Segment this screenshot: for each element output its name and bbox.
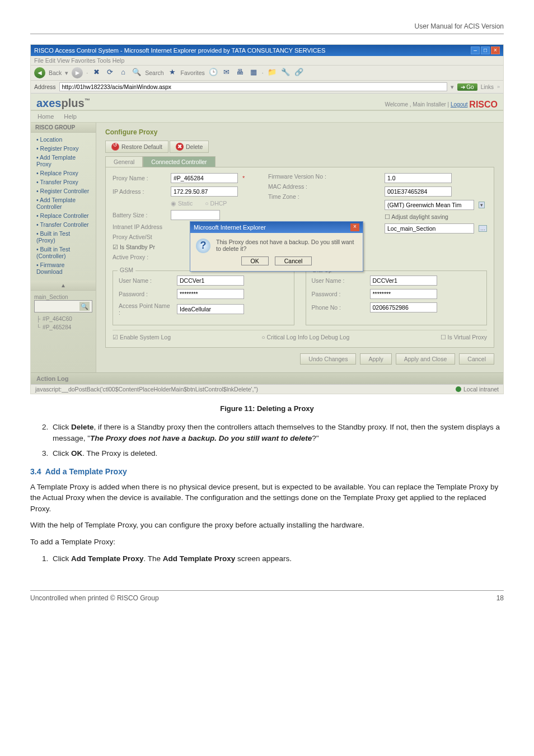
sep: · xyxy=(86,69,88,76)
favorites-icon[interactable]: ★ xyxy=(167,68,177,78)
sidebar-item-bit-controller[interactable]: • Built in Test (Controller) xyxy=(31,245,96,260)
mail-icon[interactable]: ✉ xyxy=(222,68,232,78)
dialup-phone-input[interactable] xyxy=(370,302,437,312)
maximize-icon[interactable]: □ xyxy=(481,46,490,54)
tree-node-2[interactable]: └ #P_465284 xyxy=(34,323,92,332)
dialog-title: Microsoft Internet Explorer xyxy=(194,224,266,231)
adjust-daylight-checkbox[interactable]: ☐ Adjust daylight saving xyxy=(385,213,448,220)
location-input[interactable] xyxy=(385,223,474,234)
search-label: Search xyxy=(145,69,163,76)
step-3: Click OK. The Proxy is deleted. xyxy=(50,448,504,459)
steps-list-2: Click Add Template Proxy. The Add Templa… xyxy=(30,553,504,564)
window-controls: – □ × xyxy=(471,46,500,54)
battery-label: Battery Size : xyxy=(113,212,166,218)
dialup-fieldset: Dial Up User Name : Password : Phone No … xyxy=(306,270,488,325)
sidebar-item-firmware[interactable]: • Firmware Download xyxy=(31,260,96,276)
gsm-fieldset: GSM User Name : Password : Access Point … xyxy=(113,270,294,325)
is-virtual-proxy-checkbox[interactable]: ☐ Is Virtual Proxy xyxy=(441,334,487,340)
tz-label: Time Zone : xyxy=(268,193,339,200)
delete-button[interactable]: ✖Delete xyxy=(170,141,209,153)
sidebar-item-register-controller[interactable]: • Register Controller xyxy=(31,186,96,195)
tree-title: main_Section xyxy=(34,294,92,300)
sidebar-item-add-template-controller[interactable]: • Add Template Controller xyxy=(31,195,96,211)
step-2: Click Delete, if there is a Standby prox… xyxy=(50,422,504,445)
confirm-dialog: Microsoft Internet Explorer× ? This Prox… xyxy=(190,221,363,272)
page-footer: Uncontrolled when printed © RISCO Group … xyxy=(30,590,504,602)
battery-input[interactable] xyxy=(171,210,220,220)
sidebar-item-transfer-controller[interactable]: • Transfer Controller xyxy=(31,220,96,229)
folder-icon[interactable]: 📁 xyxy=(267,68,277,78)
apply-button[interactable]: Apply xyxy=(360,353,391,365)
dialup-user-input[interactable] xyxy=(370,276,437,286)
ip-input[interactable] xyxy=(171,186,238,197)
home-icon[interactable]: ⌂ xyxy=(118,68,128,78)
fw-input[interactable] xyxy=(385,173,452,183)
tool-icon[interactable]: 🔧 xyxy=(280,68,291,78)
sidebar-item-register-proxy[interactable]: • Register Proxy xyxy=(31,144,96,153)
refresh-icon[interactable]: ⟳ xyxy=(105,68,115,78)
question-icon: ? xyxy=(196,239,210,253)
status-zone: Local intranet xyxy=(456,386,499,393)
intranet-label: Intranet IP Address xyxy=(113,223,166,230)
tab-general[interactable]: General xyxy=(105,156,143,167)
sidebar-panel-risco: RISCO GROUP xyxy=(31,123,96,133)
dialog-ok-button[interactable]: OK xyxy=(241,256,269,265)
static-radio[interactable]: ◉ Static xyxy=(171,200,193,207)
tab-help[interactable]: Help xyxy=(63,111,78,122)
sidebar: RISCO GROUP • Location • Register Proxy … xyxy=(31,123,96,372)
enable-system-log-checkbox[interactable]: ☑ Enable System Log xyxy=(113,334,171,340)
restore-default-button[interactable]: Restore Default xyxy=(105,141,168,153)
dialup-pwd-input[interactable] xyxy=(370,289,437,299)
search-icon[interactable]: 🔍 xyxy=(79,302,90,311)
page-tabs: Home Help xyxy=(31,111,503,123)
tree-node-1[interactable]: ├ #P_464C60 xyxy=(34,315,92,323)
tree-search[interactable]: 🔍 xyxy=(34,300,92,312)
cancel-button[interactable]: Cancel xyxy=(459,353,494,365)
status-bar: javascript:__doPostBack('ctl00$ContentPl… xyxy=(31,384,503,394)
proxy-name-input[interactable] xyxy=(171,173,238,183)
close-icon[interactable]: × xyxy=(491,46,500,54)
action-log-bar[interactable]: Action Log xyxy=(31,372,503,384)
undo-changes-button[interactable]: Undo Changes xyxy=(300,353,356,365)
links-label[interactable]: Links xyxy=(481,84,494,90)
history-icon[interactable]: 🕒 xyxy=(208,68,218,78)
sidebar-item-add-template-proxy[interactable]: • Add Template Proxy xyxy=(31,153,96,169)
stop-icon[interactable]: ✖ xyxy=(91,68,101,78)
log-options[interactable]: ○ Critical Log Info Log Debug Log xyxy=(261,334,349,340)
sidebar-item-transfer-proxy[interactable]: • Transfer Proxy xyxy=(31,178,96,186)
browser-menu[interactable]: File Edit View Favorites Tools Help xyxy=(31,56,503,66)
search-icon[interactable]: 🔍 xyxy=(132,68,142,78)
print-icon[interactable]: 🖶 xyxy=(235,68,245,78)
form-buttons: Undo Changes Apply Apply and Close Cance… xyxy=(105,353,494,365)
dialog-close-icon[interactable]: × xyxy=(350,223,359,231)
edit-icon[interactable]: ▦ xyxy=(249,68,259,78)
gsm-pwd-input[interactable] xyxy=(177,289,244,299)
sidebar-item-bit-proxy[interactable]: • Built in Test (Proxy) xyxy=(31,229,96,245)
screenshot-container: RISCO Access Control System - Microsoft … xyxy=(30,44,504,394)
dhcp-radio[interactable]: ○ DHCP xyxy=(205,200,227,207)
address-input[interactable] xyxy=(59,82,448,91)
minimize-icon[interactable]: – xyxy=(471,46,480,54)
tab-home[interactable]: Home xyxy=(36,111,55,122)
apply-close-button[interactable]: Apply and Close xyxy=(396,353,455,365)
gsm-apn-input[interactable] xyxy=(177,304,244,314)
sidebar-item-replace-proxy[interactable]: • Replace Proxy xyxy=(31,169,96,178)
back-icon[interactable]: ◄ xyxy=(34,67,45,78)
gsm-pwd-label: Password : xyxy=(119,291,172,297)
gsm-legend: GSM xyxy=(118,267,135,273)
sidebar-item-replace-controller[interactable]: • Replace Controller xyxy=(31,211,96,220)
mac-input[interactable] xyxy=(385,186,452,197)
sidebar-item-location[interactable]: • Location xyxy=(31,135,96,144)
is-standby-checkbox[interactable]: ☑ Is Standby Pr xyxy=(113,244,155,250)
tz-select[interactable] xyxy=(385,200,474,210)
gsm-user-input[interactable] xyxy=(177,276,244,286)
dialog-cancel-button[interactable]: Cancel xyxy=(275,256,312,265)
browser-toolbar: ◄ Back ▾ ► · ✖ ⟳ ⌂ 🔍 Search ★ Favorites … xyxy=(31,66,503,81)
logout-link[interactable]: Logout xyxy=(451,101,468,108)
location-browse-button[interactable]: … xyxy=(479,225,487,232)
link-icon[interactable]: 🔗 xyxy=(294,68,304,78)
tab-connected-controller[interactable]: Connected Controller xyxy=(143,156,215,167)
chevron-down-icon[interactable]: ▾ xyxy=(479,202,485,208)
go-button[interactable]: ➔ Go xyxy=(457,83,477,91)
sidebar-tree: main_Section 🔍 ├ #P_464C60 └ #P_465284 xyxy=(31,291,96,339)
